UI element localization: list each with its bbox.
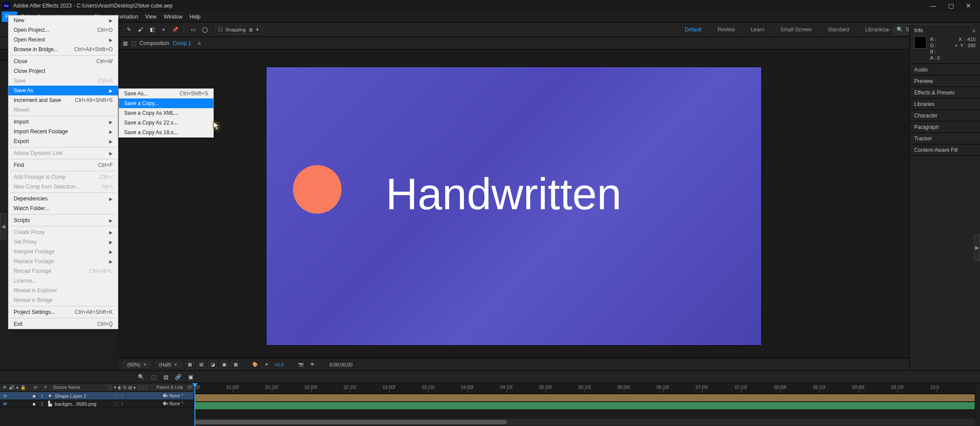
file-menu-open-project[interactable]: Open Project...Ctrl+O: [8, 25, 118, 35]
menu-view[interactable]: View: [142, 11, 160, 22]
file-menu-project-settings[interactable]: Project Settings...Ctrl+Alt+Shift+K: [8, 307, 118, 317]
label-column-icon[interactable]: 🏷: [31, 385, 42, 390]
layer-name[interactable]: backgro...9580.png: [53, 401, 114, 407]
panel-libraries[interactable]: Libraries: [910, 98, 980, 110]
show-snapshot-icon[interactable]: 👁: [308, 361, 316, 369]
file-menu-watch-folder[interactable]: Watch Folder...: [8, 204, 118, 213]
panel-paragraph[interactable]: Paragraph: [910, 121, 980, 133]
file-menu-export[interactable]: Export▶: [8, 136, 118, 146]
panel-menu-icon[interactable]: ≡: [198, 40, 201, 47]
tl-search-icon[interactable]: 🔍: [137, 373, 145, 381]
exposure-icon[interactable]: ☀: [262, 361, 270, 369]
ellipse-tool-icon[interactable]: ◯: [200, 25, 209, 34]
workspace-libraries[interactable]: Libraries: [863, 26, 887, 34]
file-menu-close[interactable]: CloseCtrl+W: [8, 57, 118, 66]
audio-column-icon[interactable]: 🔊: [9, 385, 14, 390]
snapping-toggle[interactable]: ☐ Snapping ⊞ ✦: [215, 26, 262, 34]
color-mgmt-icon[interactable]: 🎨: [251, 361, 259, 369]
guides-icon[interactable]: ▤: [197, 361, 205, 369]
composition-name[interactable]: Comp 1: [173, 40, 191, 46]
file-menu-dependencies[interactable]: Dependencies▶: [8, 194, 118, 204]
layer-name[interactable]: Shape Layer 2: [53, 393, 114, 399]
right-expand-handle[interactable]: ▶: [974, 234, 980, 261]
file-menu-save-as[interactable]: Save As▶: [8, 86, 118, 95]
workspace-standard[interactable]: Standard: [826, 26, 851, 34]
eye-column-icon[interactable]: 👁: [3, 385, 7, 390]
timecode-display[interactable]: 0;00;00;00: [330, 362, 353, 367]
exposure-value[interactable]: +0.0: [274, 362, 284, 367]
panel-character[interactable]: Character: [910, 110, 980, 121]
panel-content-aware-fill[interactable]: Content-Aware Fill: [910, 144, 980, 156]
timeline-track-area[interactable]: [194, 394, 976, 418]
workspace-learn[interactable]: Learn: [749, 26, 766, 34]
pin-tool-icon[interactable]: 📌: [171, 25, 179, 34]
workspace-default[interactable]: Default: [683, 26, 703, 34]
rect-tool-icon[interactable]: ▭: [189, 25, 198, 34]
saveas-save-a-copy-as-x[interactable]: Save a Copy As 22.x...: [119, 118, 213, 128]
layer-row-2[interactable]: 👁■2▙backgro...9580.png⬚ / �ı None ˅: [0, 400, 194, 408]
parent-dropdown[interactable]: �ı None ˅: [163, 393, 194, 398]
resolution-dropdown[interactable]: (Half)▼: [155, 361, 182, 368]
tl-graph-icon[interactable]: ▣: [186, 373, 194, 381]
playhead[interactable]: [194, 383, 195, 426]
transparency-icon[interactable]: ▦: [232, 361, 239, 369]
layer-switches[interactable]: ⬚ /: [114, 401, 163, 406]
file-menu-new[interactable]: New▶: [8, 15, 118, 25]
scrollbar-thumb[interactable]: [194, 420, 507, 424]
eye-icon[interactable]: 👁: [3, 393, 8, 399]
lock-column-icon[interactable]: 🔒: [20, 385, 26, 390]
pen-tool-icon[interactable]: ✎: [125, 25, 133, 34]
tl-layers-icon[interactable]: ▤: [162, 373, 170, 381]
snapshot-icon[interactable]: 📷: [297, 361, 305, 369]
file-menu-import[interactable]: Import▶: [8, 117, 118, 127]
file-menu-close-project[interactable]: Close Project: [8, 66, 118, 76]
zoom-dropdown[interactable]: (50%)▼: [123, 361, 151, 368]
composition-canvas[interactable]: Handwritten: [266, 67, 761, 345]
label-color[interactable]: ■: [31, 393, 37, 399]
brush-tool-icon[interactable]: 🖌: [136, 25, 145, 34]
file-menu-browse-in-bridge[interactable]: Browse in Bridge...Ctrl+Alt+Shift+O: [8, 45, 118, 54]
saveas-save-as[interactable]: Save As...Ctrl+Shift+S: [119, 89, 213, 98]
close-button[interactable]: ✕: [960, 0, 977, 11]
menu-help[interactable]: Help: [186, 11, 204, 22]
panel-audio[interactable]: Audio: [910, 64, 980, 75]
layer-switches[interactable]: ⬚ /: [114, 393, 163, 398]
tl-link-icon[interactable]: 🔗: [174, 373, 182, 381]
panel-effects-presets[interactable]: Effects & Presets: [910, 87, 980, 98]
maximize-button[interactable]: ▢: [942, 0, 960, 11]
file-menu-exit[interactable]: ExitCtrl+Q: [8, 319, 118, 329]
saveas-save-a-copy-as-xml[interactable]: Save a Copy As XML...: [119, 108, 213, 118]
mask-icon[interactable]: ◪: [209, 361, 217, 369]
parent-dropdown[interactable]: �ı None ˅: [163, 401, 194, 406]
region-icon[interactable]: ▣: [220, 361, 228, 369]
file-menu-import-recent-footage[interactable]: Import Recent Footage▶: [8, 127, 118, 136]
timeline-ruler[interactable]: 00:15f01:00f01:15f02:00f02:15f03:00f03:1…: [194, 383, 976, 394]
grid-icon[interactable]: ▦: [186, 361, 194, 369]
layer-bar-1[interactable]: [194, 394, 975, 401]
file-menu-open-recent[interactable]: Open Recent▶: [8, 35, 118, 45]
eye-icon[interactable]: 👁: [3, 401, 8, 407]
solo-column-icon[interactable]: ●: [16, 385, 19, 390]
layer-bar-2[interactable]: [194, 402, 975, 409]
workspace-review[interactable]: Review: [716, 26, 737, 34]
saveas-save-a-copy-as-x[interactable]: Save a Copy As 18.x...: [119, 128, 213, 137]
panel-menu-icon[interactable]: ≡: [972, 27, 976, 34]
file-menu-find[interactable]: FindCtrl+F: [8, 160, 118, 170]
panel-tracker[interactable]: Tracker: [910, 133, 980, 144]
workspace-small-screen[interactable]: Small Screen: [779, 26, 813, 34]
timeline-scrollbar[interactable]: [194, 419, 976, 425]
left-expand-handle[interactable]: ◀: [0, 213, 6, 240]
label-color[interactable]: ■: [31, 401, 37, 407]
layers-icon[interactable]: ▦: [123, 40, 128, 46]
viewer-stage[interactable]: Handwritten: [118, 49, 909, 358]
eraser-tool-icon[interactable]: ◧: [148, 25, 156, 34]
flow-icon[interactable]: ⬚: [131, 40, 136, 46]
overflow-icon[interactable]: »: [885, 26, 889, 33]
layer-row-1[interactable]: 👁■1★Shape Layer 2⬚ / �ı None ˅: [0, 392, 194, 400]
panel-preview[interactable]: Preview: [910, 75, 980, 87]
tl-shy-icon[interactable]: ⬚: [149, 373, 157, 381]
menu-window[interactable]: Window: [160, 11, 186, 22]
minimize-button[interactable]: —: [924, 0, 942, 11]
shape-circle[interactable]: [293, 165, 342, 214]
source-name-header[interactable]: Source Name: [50, 385, 105, 390]
